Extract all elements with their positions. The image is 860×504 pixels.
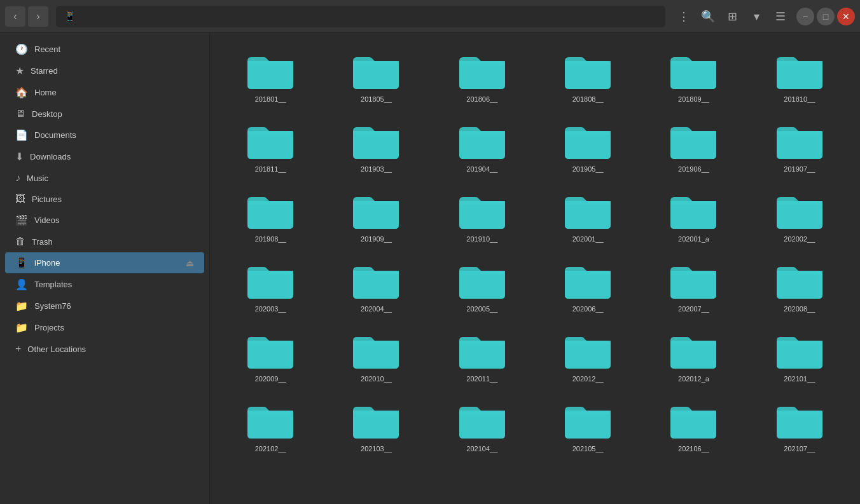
sidebar-item-desktop[interactable]: 🖥Desktop: [5, 104, 204, 124]
folder-name: 201909__: [361, 235, 392, 243]
maximize-button[interactable]: □: [817, 8, 835, 25]
folder-icon: [457, 258, 508, 301]
sidebar-item-documents[interactable]: 📄Documents: [5, 125, 204, 146]
templates-icon: 👤: [15, 278, 28, 290]
videos-icon: 🎬: [15, 214, 28, 226]
pictures-icon: 🖼: [15, 193, 25, 205]
view-sort-button[interactable]: ▾: [746, 6, 767, 27]
view-list-button[interactable]: ☰: [770, 6, 791, 27]
folder-item[interactable]: 201801__: [220, 43, 321, 108]
folder-item[interactable]: 202002__: [749, 183, 850, 248]
folder-item[interactable]: 202009__: [220, 323, 321, 388]
close-button[interactable]: ✕: [837, 8, 855, 25]
folder-item[interactable]: 202005__: [432, 253, 532, 318]
folder-item[interactable]: 202001__: [538, 183, 638, 248]
folder-item[interactable]: 201905__: [538, 113, 638, 178]
folder-item[interactable]: 202105__: [538, 393, 638, 458]
folder-item[interactable]: 201910__: [432, 183, 532, 248]
folder-item[interactable]: 201806__: [432, 43, 532, 108]
folder-item[interactable]: 202012__: [538, 323, 638, 388]
folder-item[interactable]: 201809__: [643, 43, 744, 108]
folder-item[interactable]: 201805__: [326, 43, 426, 108]
folder-icon: [668, 48, 719, 92]
folder-name: 201905__: [572, 165, 604, 173]
sidebar-item-downloads[interactable]: ⬇Downloads: [5, 146, 204, 167]
folder-name: 202002__: [784, 235, 815, 243]
folder-name: 202103__: [361, 445, 392, 453]
folder-icon: [457, 118, 508, 161]
more-options-button[interactable]: ⋮: [673, 6, 695, 27]
folder-item[interactable]: 201808__: [538, 43, 638, 108]
folder-item[interactable]: 202006__: [538, 253, 638, 318]
view-grid-button[interactable]: ⊞: [721, 6, 743, 27]
folder-icon: [350, 398, 401, 441]
folder-item[interactable]: 202106__: [643, 393, 744, 458]
sidebar-item-templates[interactable]: 👤Templates: [5, 274, 204, 295]
sidebar-item-pictures[interactable]: 🖼Pictures: [5, 189, 204, 209]
pictures-label: Pictures: [32, 194, 194, 204]
folder-item[interactable]: 201811__: [220, 113, 321, 178]
folder-icon: [668, 188, 719, 231]
iphone-eject-icon[interactable]: ⏏: [186, 258, 194, 268]
breadcrumb: 📱: [56, 6, 665, 27]
folder-item[interactable]: 202011__: [432, 323, 532, 388]
sidebar-item-starred[interactable]: ★Starred: [5, 60, 204, 81]
folder-item[interactable]: 202003__: [220, 253, 321, 318]
folder-item[interactable]: 201909__: [326, 183, 426, 248]
folder-item[interactable]: 202012_a: [643, 323, 744, 388]
folder-icon: [668, 118, 719, 161]
folder-item[interactable]: 201810__: [749, 43, 850, 108]
sidebar-item-music[interactable]: ♪Music: [5, 168, 204, 188]
folder-item[interactable]: 201903__: [326, 113, 426, 178]
projects-icon: 📁: [15, 322, 28, 334]
folder-item[interactable]: 202101__: [749, 323, 850, 388]
sidebar-item-iphone[interactable]: 📱iPhone⏏: [5, 252, 204, 273]
sidebar-item-projects[interactable]: 📁Projects: [5, 317, 204, 338]
folder-name: 201806__: [466, 95, 497, 103]
folder-name: 202004__: [361, 305, 392, 313]
sidebar-item-home[interactable]: 🏠Home: [5, 82, 204, 103]
sidebar-item-videos[interactable]: 🎬Videos: [5, 210, 204, 231]
sidebar-item-other-locations[interactable]: +Other Locations: [5, 339, 204, 359]
folder-icon: [774, 48, 825, 92]
sidebar-item-system76[interactable]: 📁System76: [5, 296, 204, 317]
templates-label: Templates: [34, 280, 194, 289]
folder-icon: [562, 188, 613, 231]
system76-icon: 📁: [15, 300, 28, 312]
folder-item[interactable]: 202104__: [432, 393, 532, 458]
music-icon: ♪: [15, 172, 20, 184]
folder-icon: [350, 328, 401, 371]
folder-item[interactable]: 201906__: [643, 113, 744, 178]
folder-item[interactable]: 201904__: [432, 113, 532, 178]
sidebar-item-trash[interactable]: 🗑Trash: [5, 231, 204, 252]
folder-name: 201904__: [466, 165, 497, 173]
folder-item[interactable]: 202010__: [326, 323, 426, 388]
folder-icon: [245, 398, 296, 441]
folder-name: 202001_a: [678, 235, 709, 243]
folder-item[interactable]: 202007__: [643, 253, 744, 318]
folder-item[interactable]: 202107__: [749, 393, 850, 458]
folder-item[interactable]: 201907__: [749, 113, 850, 178]
forward-button[interactable]: ›: [28, 6, 48, 27]
sidebar-item-recent[interactable]: 🕐Recent: [5, 39, 204, 60]
folder-name: 201903__: [361, 165, 392, 173]
projects-label: Projects: [34, 323, 194, 332]
folder-item[interactable]: 201908__: [220, 183, 321, 248]
recent-label: Recent: [34, 44, 194, 54]
folder-name: 201810__: [784, 95, 815, 103]
search-button[interactable]: 🔍: [697, 6, 719, 27]
folder-item[interactable]: 202004__: [326, 253, 426, 318]
back-button[interactable]: ‹: [5, 6, 25, 27]
home-icon: 🏠: [15, 86, 28, 99]
folder-name: 202006__: [572, 305, 604, 313]
folder-item[interactable]: 202102__: [220, 393, 321, 458]
minimize-button[interactable]: −: [796, 8, 814, 25]
folder-name: 201809__: [678, 95, 709, 103]
downloads-icon: ⬇: [15, 151, 24, 163]
folder-item[interactable]: 202001_a: [643, 183, 744, 248]
folder-item[interactable]: 202008__: [749, 253, 850, 318]
iphone-label: iPhone: [34, 258, 179, 268]
folder-item[interactable]: 202103__: [326, 393, 426, 458]
folder-name: 202106__: [678, 445, 709, 453]
file-area[interactable]: 201801__201805__201806__201808__201809__…: [210, 33, 860, 504]
